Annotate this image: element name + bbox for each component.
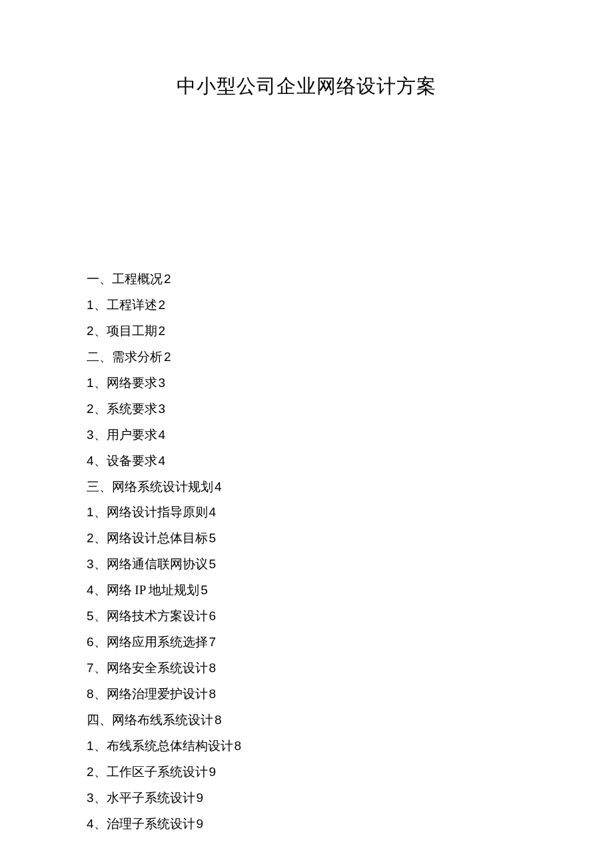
toc-page: 8	[209, 661, 217, 675]
toc-prefix: 4、	[87, 817, 107, 831]
toc-label: 网络 IP 地址规划	[107, 583, 200, 597]
toc-prefix: 3、	[87, 557, 107, 571]
toc-item: 1、网络要求3	[87, 370, 526, 396]
toc-item: 4、网络 IP 地址规划5	[87, 578, 526, 604]
toc-item: 1、布线系统总体结构设计8	[87, 733, 526, 759]
toc-label: 网络设计总体目标	[107, 531, 208, 545]
toc-page: 4	[159, 428, 166, 442]
toc-item: 二、需求分析2	[87, 344, 526, 370]
toc-page: 5	[209, 531, 217, 545]
toc-prefix: 2、	[87, 531, 107, 545]
toc-page: 9	[209, 765, 217, 779]
toc-item: 2、工作区子系统设计9	[87, 759, 526, 785]
toc-page: 4	[159, 454, 166, 468]
document-title: 中小型公司企业网络设计方案	[87, 73, 526, 100]
toc-label: 设备要求	[107, 454, 157, 468]
toc-item: 四、网络布线系统设计8	[87, 707, 526, 733]
toc-label: 用户要求	[107, 428, 157, 442]
toc-item: 7、网络安全系统设计8	[87, 655, 526, 681]
toc-prefix: 三、	[87, 480, 112, 494]
toc-prefix: 6、	[87, 635, 107, 649]
toc-prefix: 3、	[87, 428, 107, 442]
toc-prefix: 1、	[87, 739, 107, 753]
toc-prefix: 4、	[87, 454, 107, 468]
toc-label: 网络技术方案设计	[107, 609, 208, 623]
toc-item: 一、工程概况2	[87, 266, 526, 292]
toc-label: 水平子系统设计	[107, 791, 195, 805]
toc-item: 1、工程详述2	[87, 292, 526, 318]
toc-label: 网络设计指导原则	[107, 505, 208, 519]
toc-page: 2	[164, 350, 171, 364]
toc-page: 8	[209, 687, 217, 701]
toc-prefix: 1、	[87, 505, 107, 519]
toc-prefix: 1、	[87, 298, 107, 312]
toc-label: 网络通信联网协议	[107, 557, 208, 571]
toc-page: 8	[215, 713, 222, 727]
toc-page: 2	[159, 298, 166, 312]
toc-label: 网络布线系统设计	[112, 713, 213, 727]
toc-prefix: 2、	[87, 402, 107, 416]
toc-page: 5	[209, 557, 217, 571]
toc-prefix: 8、	[87, 687, 107, 701]
toc-prefix: 一、	[87, 272, 112, 286]
toc-item: 5、网络技术方案设计6	[87, 604, 526, 630]
toc-item: 3、水平子系统设计9	[87, 785, 526, 811]
toc-item: 三、网络系统设计规划4	[87, 474, 526, 500]
toc-label: 网络系统设计规划	[112, 480, 213, 494]
toc-item: 4、治理子系统设计9	[87, 811, 526, 837]
toc-item: 2、项目工期2	[87, 318, 526, 344]
toc-item: 4、设备要求4	[87, 448, 526, 474]
toc-label: 项目工期	[107, 324, 157, 338]
toc-prefix: 2、	[87, 765, 107, 779]
toc-prefix: 四、	[87, 713, 112, 727]
toc-page: 4	[215, 480, 222, 494]
toc-label: 网络治理爱护设计	[107, 687, 208, 701]
toc-item: 3、用户要求4	[87, 422, 526, 448]
toc-page: 9	[197, 791, 204, 805]
toc-item: 2、系统要求3	[87, 396, 526, 422]
toc-label: 工程概况	[112, 272, 163, 286]
toc-label: 布线系统总体结构设计	[107, 739, 233, 753]
toc-item: 2、网络设计总体目标5	[87, 526, 526, 552]
toc-label: 网络要求	[107, 376, 157, 390]
toc-page: 6	[209, 609, 217, 623]
toc-item: 3、网络通信联网协议5	[87, 552, 526, 578]
toc-item: 6、网络应用系统选择7	[87, 630, 526, 655]
toc-label: 治理子系统设计	[107, 817, 195, 831]
toc-prefix: 1、	[87, 376, 107, 390]
toc-label: 系统要求	[107, 402, 157, 416]
toc-prefix: 3、	[87, 791, 107, 805]
toc-page: 3	[159, 376, 166, 390]
toc-page: 5	[201, 583, 208, 597]
toc-item: 8、网络治理爱护设计8	[87, 681, 526, 707]
toc-label: 网络应用系统选择	[107, 635, 208, 649]
toc-prefix: 7、	[87, 661, 107, 675]
toc-page: 3	[159, 402, 166, 416]
toc-page: 7	[209, 635, 217, 649]
document-page: 中小型公司企业网络设计方案 一、工程概况2 1、工程详述2 2、项目工期2 二、…	[0, 0, 613, 868]
toc-page: 4	[209, 505, 217, 519]
toc-page: 9	[197, 817, 204, 831]
toc-label: 需求分析	[112, 350, 163, 364]
toc-prefix: 二、	[87, 350, 112, 364]
toc-label: 网络安全系统设计	[107, 661, 208, 675]
toc-page: 2	[164, 272, 171, 286]
toc-page: 8	[235, 739, 242, 753]
toc-item: 1、网络设计指导原则4	[87, 500, 526, 526]
toc-page: 2	[159, 324, 166, 338]
toc-prefix: 4、	[87, 583, 107, 597]
table-of-contents: 一、工程概况2 1、工程详述2 2、项目工期2 二、需求分析2 1、网络要求3 …	[87, 266, 526, 837]
toc-label: 工程详述	[107, 298, 157, 312]
toc-prefix: 5、	[87, 609, 107, 623]
toc-prefix: 2、	[87, 324, 107, 338]
toc-label: 工作区子系统设计	[107, 765, 208, 779]
